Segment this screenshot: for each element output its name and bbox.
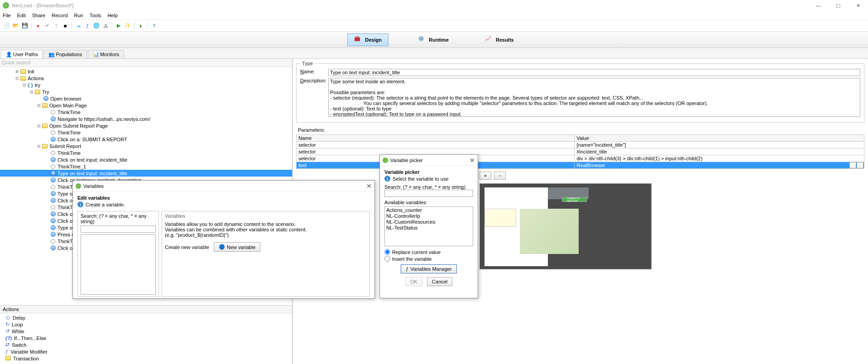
fx-icon[interactable]: ƒ — [83, 22, 91, 30]
action-varmod[interactable]: ƒVariable Modifier — [1, 348, 291, 355]
monitors-icon: 📊 — [93, 52, 98, 57]
type-legend: Type — [300, 61, 315, 66]
actions-panel: Actions ⏲Delay ↻Loop ↺While (?)If...Then… — [0, 305, 292, 364]
tab-monitors[interactable]: 📊Monitors — [88, 50, 124, 58]
menu-share[interactable]: Share — [32, 13, 45, 18]
window-title: NeoLoad - [BrowserBased*] — [12, 3, 73, 8]
mode-design[interactable]: 🧰 Design — [347, 34, 388, 46]
switch-icon: ⇄ — [5, 342, 10, 348]
action-transaction[interactable]: Transaction — [1, 355, 291, 362]
name-label: Name: — [300, 69, 325, 74]
cancel-button[interactable]: Cancel — [427, 277, 452, 286]
picker-title: Variable picker — [390, 158, 423, 163]
menu-record[interactable]: Record — [52, 13, 67, 18]
mode-runtime[interactable]: ⚙️ Runtime — [411, 34, 456, 46]
transaction-icon — [5, 356, 11, 361]
description-textarea[interactable] — [328, 78, 860, 117]
open-icon[interactable]: 📂 — [12, 22, 20, 30]
picker-close-button[interactable]: ✕ — [470, 157, 475, 164]
edit-cell-icon[interactable]: ✎ — [849, 162, 856, 168]
menu-bar: File Edit Share Record Run Tools Help — [0, 11, 868, 20]
picker-search-input[interactable] — [384, 190, 473, 197]
globe-icon[interactable]: 🌐 — [92, 22, 101, 30]
tree-selected-item: Type on text input: incident_title — [0, 170, 292, 177]
variables-close-button[interactable]: ✕ — [366, 182, 372, 190]
save-icon[interactable]: 💾 — [21, 22, 29, 30]
picker-heading: Variable picker — [384, 169, 473, 175]
list-item[interactable]: NL-TestStatus — [386, 225, 471, 231]
actions-header: Actions — [0, 306, 292, 313]
vm-icon: ƒ — [406, 266, 408, 272]
populations-icon: 👥 — [48, 52, 54, 57]
delay-icon: ⏲ — [5, 315, 10, 321]
table-row: selector[name="incident_title"] — [297, 142, 864, 148]
while-icon: ↺ — [5, 328, 10, 334]
variables-dialog-title: Variables — [83, 183, 104, 189]
wand-icon[interactable]: ✨ — [124, 22, 132, 30]
record-icon[interactable]: ● — [34, 22, 42, 30]
quick-search-input[interactable]: Quick search — [0, 59, 292, 67]
vars-search-input[interactable] — [81, 225, 156, 233]
create-var-label: Create new variable — [165, 244, 209, 250]
add-param-button[interactable]: + — [480, 172, 491, 180]
cloud-icon[interactable]: ☁ — [74, 22, 82, 30]
close-window-button[interactable]: ✕ — [848, 0, 868, 11]
list-item[interactable]: NL-CustomResources — [386, 219, 471, 225]
tabs-bar: 👤User Paths 👥Populations 📊Monitors — [0, 48, 868, 59]
new-variable-button[interactable]: 🔵New variable — [214, 242, 261, 252]
mode-bar: 🧰 Design ⚙️ Runtime 📈 Results — [0, 32, 868, 48]
remove-param-button[interactable]: − — [494, 172, 506, 180]
up-icon[interactable]: ⭫ — [52, 22, 60, 30]
menu-file[interactable]: File — [3, 13, 11, 18]
varmod-icon: ƒ — [5, 349, 8, 354]
picker-logo-icon — [383, 158, 388, 163]
tab-populations[interactable]: 👥Populations — [43, 50, 87, 58]
results-icon: 📈 — [485, 36, 493, 44]
info-icon: i — [77, 201, 83, 207]
picker-listbox[interactable]: Actions_counter NL-ControllerIp NL-Custo… — [384, 206, 473, 246]
if-icon: (?) — [5, 335, 12, 341]
new-var-icon: 🔵 — [219, 244, 225, 250]
variables-manager-button[interactable]: ƒVariables Manager — [401, 264, 457, 273]
loop-icon: ↻ — [5, 321, 10, 327]
browse-cell-icon[interactable]: … — [857, 162, 863, 168]
action-delay[interactable]: ⏲Delay — [1, 314, 291, 321]
dialog-logo-icon — [76, 183, 81, 189]
action-switch[interactable]: ⇄Switch — [1, 341, 291, 348]
check-icon[interactable]: ✔ — [43, 22, 51, 30]
col-name[interactable]: Name — [297, 135, 575, 142]
user-icon: 👤 — [6, 52, 11, 57]
help-icon[interactable]: ? — [150, 22, 158, 30]
mode-results[interactable]: 📈 Results — [478, 34, 521, 46]
app-logo-icon — [3, 2, 9, 9]
tab-user-paths[interactable]: 👤User Paths — [1, 50, 43, 58]
menu-run[interactable]: Run — [74, 13, 83, 18]
picker-available-label: Available variables: — [384, 200, 473, 205]
minimize-button[interactable]: — — [808, 0, 828, 11]
name-input[interactable] — [328, 69, 860, 76]
action-if[interactable]: (?)If...Then...Else — [1, 335, 291, 341]
action-while[interactable]: ↺While — [1, 328, 291, 335]
maximize-button[interactable]: ▢ — [828, 0, 848, 11]
col-value[interactable]: Value — [575, 135, 864, 142]
variables-heading: Edit variables — [77, 195, 370, 201]
action-loop[interactable]: ↻Loop — [1, 321, 291, 328]
list-item[interactable]: Actions_counter — [386, 207, 471, 213]
radio-replace[interactable]: Replace current value — [384, 249, 473, 255]
new-icon[interactable]: 📄 — [3, 22, 11, 30]
menu-tools[interactable]: Tools — [90, 13, 101, 18]
info-icon: i — [384, 176, 390, 182]
radio-insert[interactable]: Insert the variable — [384, 256, 473, 262]
variable-picker-dialog: Variable picker ✕ Variable picker iSelec… — [379, 154, 478, 298]
stop-icon[interactable]: ■ — [61, 22, 69, 30]
play-icon[interactable]: ▶ — [115, 22, 123, 30]
vars-search-label: Search: (? = any char, * = any string) — [81, 213, 156, 224]
vars-listbox[interactable] — [81, 235, 156, 295]
menu-edit[interactable]: Edit — [17, 13, 26, 18]
run-icon[interactable]: ⏵ — [137, 22, 145, 30]
server-icon[interactable]: 🖧 — [101, 22, 110, 30]
menu-help[interactable]: Help — [107, 13, 118, 18]
ok-button: OK — [405, 277, 422, 286]
type-fieldset: Type Name: Description: — [296, 61, 864, 123]
list-item[interactable]: NL-ControllerIp — [386, 213, 471, 219]
